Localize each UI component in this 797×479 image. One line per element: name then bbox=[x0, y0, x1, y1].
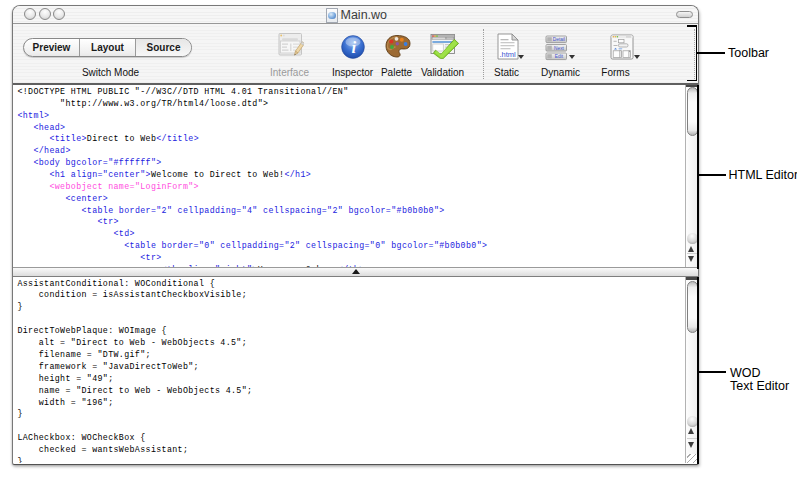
svg-text:Detail: Detail bbox=[552, 37, 564, 42]
svg-text:i: i bbox=[351, 38, 356, 57]
svg-text:.html: .html bbox=[500, 50, 517, 59]
svg-text:Edit: Edit bbox=[554, 54, 563, 59]
svg-text:Next: Next bbox=[554, 45, 565, 50]
